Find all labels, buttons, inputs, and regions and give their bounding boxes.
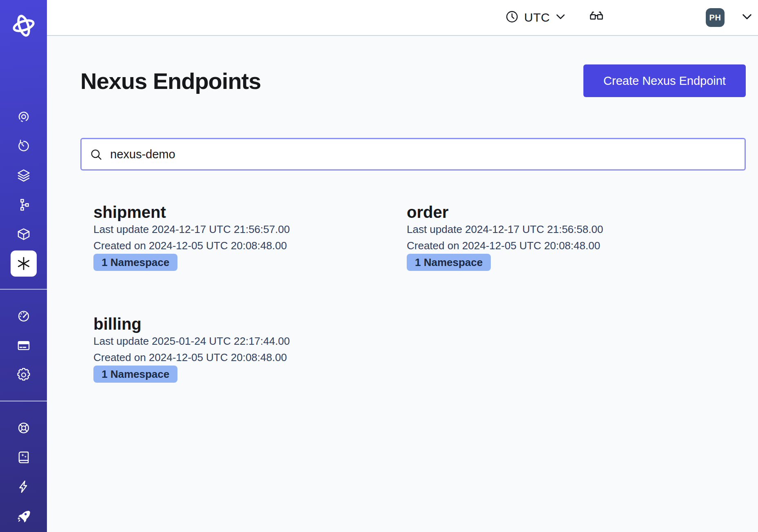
credit-card-icon <box>16 338 31 353</box>
page-title: Nexus Endpoints <box>80 68 261 94</box>
sidebar-item-getting-started[interactable] <box>0 501 47 531</box>
labs-toggle[interactable] <box>588 9 605 27</box>
namespace-badge: 1 Namespace <box>93 366 177 383</box>
book-icon <box>16 450 31 465</box>
active-nav-pill <box>11 250 37 277</box>
endpoint-name: order <box>407 203 746 221</box>
namespace-badge: 1 Namespace <box>93 254 177 271</box>
sidebar-divider <box>0 401 47 401</box>
sidebar-logo[interactable] <box>10 13 37 40</box>
lightning-icon <box>16 479 31 494</box>
chevron-down-icon <box>741 11 753 24</box>
sidebar-item-billing[interactable] <box>0 331 47 360</box>
gauge-icon <box>16 308 31 324</box>
endpoint-created-on: Created on 2024-12-05 UTC 20:08:48.00 <box>407 237 746 254</box>
sidebar-item-3[interactable] <box>0 161 47 190</box>
sidebar-item-support[interactable] <box>0 413 47 443</box>
sidebar-item-settings[interactable] <box>0 360 47 390</box>
title-row: Nexus Endpoints Create Nexus Endpoint <box>80 64 746 97</box>
endpoint-card-order[interactable]: order Last update 2024-12-17 UTC 21:56:5… <box>394 203 746 271</box>
timer-icon <box>16 138 31 154</box>
search-bar <box>80 138 746 171</box>
sidebar-item-1[interactable] <box>0 102 47 131</box>
clock-icon <box>505 9 519 26</box>
sidebar-item-2[interactable] <box>0 131 47 161</box>
main-content: Nexus Endpoints Create Nexus Endpoint sh… <box>47 36 758 532</box>
sidebar-item-usage[interactable] <box>0 301 47 331</box>
timezone-label: UTC <box>524 11 550 24</box>
lifebuoy-icon <box>16 420 31 436</box>
temporal-logo-icon <box>10 12 37 41</box>
endpoint-last-update: Last update 2024-12-17 UTC 21:56:57.00 <box>93 221 394 237</box>
timezone-selector[interactable]: UTC <box>505 9 566 26</box>
asterisk-icon <box>16 255 32 272</box>
search-input[interactable] <box>80 138 746 171</box>
endpoint-last-update: Last update 2024-12-17 UTC 21:56:58.00 <box>407 221 746 237</box>
avatar[interactable]: PH <box>706 8 725 27</box>
namespace-badge: 1 Namespace <box>407 254 491 271</box>
gear-icon <box>16 367 31 383</box>
right-column: UTC PH <box>47 0 758 532</box>
endpoint-created-on: Created on 2024-12-05 UTC 20:08:48.00 <box>93 237 394 254</box>
sidebar-item-4[interactable] <box>0 190 47 219</box>
glasses-icon <box>588 9 605 27</box>
topbar: UTC PH <box>47 0 758 36</box>
endpoint-cards: shipment Last update 2024-12-17 UTC 21:5… <box>80 203 746 383</box>
rocket-icon <box>16 508 31 524</box>
endpoint-last-update: Last update 2025-01-24 UTC 22:17:44.00 <box>93 333 394 349</box>
endpoint-card-billing[interactable]: billing Last update 2025-01-24 UTC 22:17… <box>80 315 394 383</box>
app-root: UTC PH <box>0 0 758 532</box>
sidebar-divider <box>0 289 47 290</box>
endpoint-card-shipment[interactable]: shipment Last update 2024-12-17 UTC 21:5… <box>80 203 394 271</box>
sidebar-item-docs[interactable] <box>0 443 47 472</box>
sidebar-item-quickstart[interactable] <box>0 472 47 501</box>
sidebar <box>0 0 47 532</box>
endpoint-name: billing <box>93 315 394 333</box>
chevron-down-icon <box>555 11 566 24</box>
search-icon <box>89 148 103 163</box>
swirl-icon <box>16 109 31 124</box>
account-menu-toggle[interactable] <box>741 11 753 24</box>
sidebar-item-nexus-active[interactable] <box>0 249 47 278</box>
cube-icon <box>16 226 31 242</box>
create-nexus-endpoint-button[interactable]: Create Nexus Endpoint <box>583 64 746 97</box>
endpoint-name: shipment <box>93 203 394 221</box>
endpoint-created-on: Created on 2024-12-05 UTC 20:08:48.00 <box>93 349 394 366</box>
branch-icon <box>16 197 31 213</box>
layers-icon <box>16 168 31 183</box>
sidebar-item-5[interactable] <box>0 219 47 249</box>
